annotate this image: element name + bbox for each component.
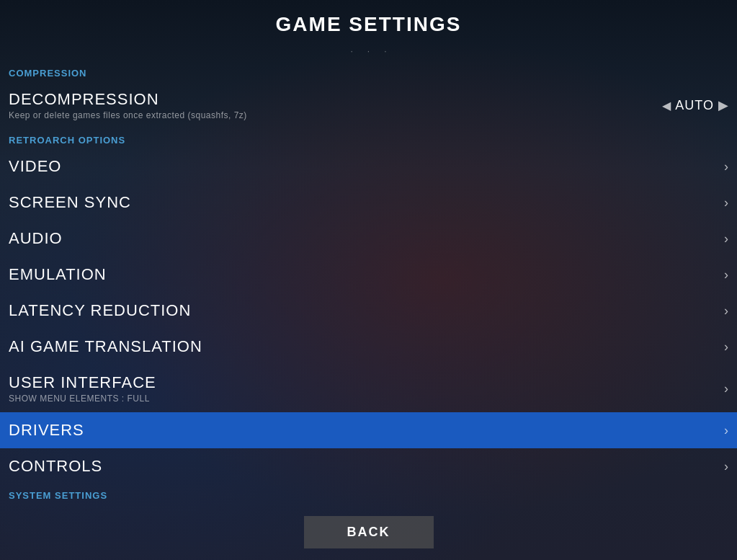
chevron-right-icon-screen-sync: › — [724, 195, 728, 210]
menu-item-per-system-advanced-configuration[interactable]: PER SYSTEM ADVANCED CONFIGURATION › — [0, 504, 737, 507]
menu-item-title-video: VIDEO — [9, 157, 61, 176]
menu-item-title-ai-game-translation: AI GAME TRANSLATION — [9, 337, 202, 356]
arrow-left-icon[interactable]: ◀ — [662, 99, 671, 112]
menu-item-ai-game-translation[interactable]: AI GAME TRANSLATION › — [0, 329, 737, 365]
chevron-right-icon-video: › — [724, 159, 728, 174]
settings-list: COMPRESSION DECOMPRESSION Keep or delete… — [0, 62, 737, 507]
decompression-value: AUTO — [675, 98, 714, 113]
section-label-compression: COMPRESSION — [0, 62, 737, 81]
menu-item-user-interface[interactable]: USER INTERFACE SHOW MENU ELEMENTS : FULL… — [0, 365, 737, 412]
menu-item-video[interactable]: VIDEO › — [0, 148, 737, 185]
arrow-right-icon[interactable]: ▶ — [718, 97, 728, 113]
menu-item-title-drivers: DRIVERS — [9, 421, 84, 440]
menu-item-emulation[interactable]: EMULATION › — [0, 257, 737, 293]
menu-item-screen-sync[interactable]: SCREEN SYNC › — [0, 185, 737, 221]
chevron-right-icon-emulation: › — [724, 267, 728, 283]
back-button[interactable]: BACK — [304, 516, 434, 548]
breadcrumb: · · · — [0, 43, 737, 62]
menu-item-subtitle-user-interface: SHOW MENU ELEMENTS : FULL — [9, 394, 156, 404]
menu-item-audio[interactable]: AUDIO › — [0, 221, 737, 257]
section-label-retroarch: RETROARCH OPTIONS — [0, 129, 737, 148]
menu-item-title-decompression: DECOMPRESSION — [9, 90, 247, 109]
section-label-system-settings: SYSTEM SETTINGS — [0, 484, 737, 504]
menu-item-title-user-interface: USER INTERFACE — [9, 373, 156, 392]
bottom-bar: BACK — [0, 507, 737, 560]
chevron-right-icon-controls: › — [724, 459, 728, 474]
page-title: GAME SETTINGS — [0, 0, 737, 43]
menu-item-drivers[interactable]: DRIVERS › — [0, 412, 737, 448]
chevron-right-icon-ai-game-translation: › — [724, 339, 728, 355]
menu-item-subtitle-decompression: Keep or delete games files once extracte… — [9, 110, 247, 120]
menu-item-title-controls: CONTROLS — [9, 457, 102, 476]
menu-item-title-emulation: EMULATION — [9, 265, 107, 284]
chevron-right-icon-audio: › — [724, 231, 728, 246]
menu-item-title-screen-sync: SCREEN SYNC — [9, 193, 131, 212]
menu-item-title-audio: AUDIO — [9, 229, 63, 248]
chevron-right-icon-latency-reduction: › — [724, 303, 728, 319]
menu-item-decompression[interactable]: DECOMPRESSION Keep or delete games files… — [0, 81, 737, 129]
menu-item-title-latency-reduction: LATENCY REDUCTION — [9, 301, 191, 320]
menu-item-latency-reduction[interactable]: LATENCY REDUCTION › — [0, 293, 737, 329]
menu-item-controls[interactable]: CONTROLS › — [0, 448, 737, 484]
chevron-right-icon-drivers: › — [724, 423, 728, 438]
chevron-right-icon-user-interface: › — [724, 381, 728, 396]
